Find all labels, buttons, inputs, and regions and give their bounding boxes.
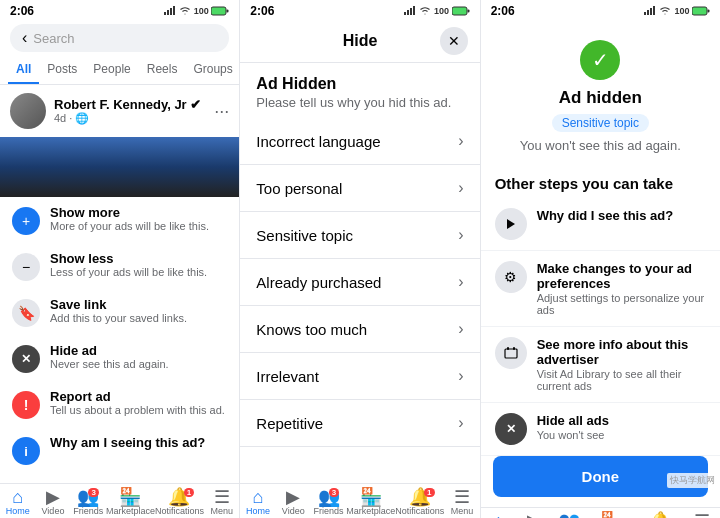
post-author-info: Robert F. Kennedy, Jr ✔ 4d · 🌐 — [54, 97, 201, 125]
nav-menu-2[interactable]: ☰ Menu — [444, 488, 479, 516]
show-less-title: Show less — [50, 251, 207, 266]
reason-label-6: Repetitive — [256, 415, 458, 432]
bottom-nav-3: ⌂ Home ▶ Video 👥 Friends 🏪 Marketplace 🔔… — [481, 507, 720, 518]
nav-menu-3[interactable]: ☰ Menu — [685, 512, 720, 518]
nav-home-1[interactable]: ⌂ Home — [0, 488, 35, 516]
tab-posts[interactable]: Posts — [39, 56, 85, 84]
ad-hidden-info: Ad Hidden Please tell us why you hid thi… — [240, 63, 479, 118]
option-advertiser-info[interactable]: See more info about this advertiser Visi… — [481, 327, 720, 403]
post-header: Robert F. Kennedy, Jr ✔ 4d · 🌐 ··· — [0, 85, 239, 137]
option-hide-all-ads[interactable]: ✕ Hide all ads You won't see — [481, 403, 720, 456]
time-2: 2:06 — [250, 4, 274, 18]
option-ad-preferences[interactable]: ⚙ Make changes to your ad preferences Ad… — [481, 251, 720, 327]
back-icon[interactable]: ‹ — [22, 29, 27, 47]
nav-notifications-label-2: Notifications — [395, 506, 444, 516]
show-more-title: Show more — [50, 205, 209, 220]
reason-label-3: Already purchased — [256, 274, 458, 291]
why-saw-ad-icon — [495, 208, 527, 240]
ad-preferences-sub: Adjust settings to personalize your ads — [537, 292, 706, 316]
marketplace-icon-2: 🏪 — [360, 488, 382, 506]
tab-all[interactable]: All — [8, 56, 39, 84]
menu-save-link[interactable]: 🔖 Save link Add this to your saved links… — [0, 289, 239, 335]
nav-video-label-1: Video — [42, 506, 65, 516]
reason-sensitive-topic[interactable]: Sensitive topic › — [240, 212, 479, 259]
save-link-icon: 🔖 — [12, 299, 40, 327]
nav-video-1[interactable]: ▶ Video — [35, 488, 70, 516]
friends-badge-1: 3 — [88, 488, 98, 497]
nav-friends-2[interactable]: 👥 3 Friends — [311, 488, 346, 516]
nav-menu-1[interactable]: ☰ Menu — [204, 488, 239, 516]
time-1: 2:06 — [10, 4, 34, 18]
chevron-icon-4: › — [458, 320, 463, 338]
advertiser-info-title: See more info about this advertiser — [537, 337, 706, 367]
hide-all-ads-sub: You won't see — [537, 429, 609, 441]
reason-knows-too-much[interactable]: Knows too much › — [240, 306, 479, 353]
chevron-icon-3: › — [458, 273, 463, 291]
nav-menu-label-2: Menu — [451, 506, 474, 516]
video-icon-2: ▶ — [286, 488, 300, 506]
report-ad-icon: ! — [12, 391, 40, 419]
nav-marketplace-2[interactable]: 🏪 Marketplace — [346, 488, 395, 516]
more-options-icon[interactable]: ··· — [214, 101, 229, 122]
ad-hidden-subtitle: You won't see this ad again. — [520, 138, 681, 153]
friends-badge-2: 3 — [329, 488, 339, 497]
search-bar[interactable]: ‹ Search — [10, 24, 229, 52]
marketplace-icon-3: 🏪 — [600, 512, 622, 518]
svg-rect-12 — [644, 12, 646, 15]
context-menu: + Show more More of your ads will be lik… — [0, 197, 239, 483]
reason-too-personal[interactable]: Too personal › — [240, 165, 479, 212]
post-image — [0, 137, 239, 197]
show-less-icon: − — [12, 253, 40, 281]
nav-video-2[interactable]: ▶ Video — [276, 488, 311, 516]
svg-rect-10 — [452, 7, 467, 15]
menu-icon-1: ☰ — [214, 488, 230, 506]
nav-friends-label-2: Friends — [314, 506, 344, 516]
friends-icon-3: 👥 — [558, 512, 580, 518]
nav-marketplace-3[interactable]: 🏪 Marketplace — [587, 512, 636, 518]
reason-repetitive[interactable]: Repetitive › — [240, 400, 479, 447]
reason-already-purchased[interactable]: Already purchased › — [240, 259, 479, 306]
menu-why-seeing[interactable]: i Why am I seeing this ad? — [0, 427, 239, 473]
svg-rect-5 — [227, 10, 229, 13]
menu-show-less[interactable]: − Show less Less of your ads will be lik… — [0, 243, 239, 289]
menu-hide-ad[interactable]: ✕ Hide ad Never see this ad again. — [0, 335, 239, 381]
signal-icon-3 — [644, 5, 656, 17]
nav-friends-1[interactable]: 👥 3 Friends — [71, 488, 106, 516]
panel-hide-modal: 2:06 100 Hide ✕ Ad Hidden Please tell us… — [240, 0, 480, 518]
wifi-icon-2 — [419, 5, 431, 17]
tab-groups[interactable]: Groups — [185, 56, 240, 84]
menu-show-more[interactable]: + Show more More of your ads will be lik… — [0, 197, 239, 243]
post-author-name: Robert F. Kennedy, Jr ✔ — [54, 97, 201, 112]
nav-home-2[interactable]: ⌂ Home — [240, 488, 275, 516]
tab-reels[interactable]: Reels — [139, 56, 186, 84]
menu-icon-2: ☰ — [454, 488, 470, 506]
reason-label-4: Knows too much — [256, 321, 458, 338]
nav-marketplace-1[interactable]: 🏪 Marketplace — [106, 488, 155, 516]
chevron-icon-0: › — [458, 132, 463, 150]
hide-ad-sub: Never see this ad again. — [50, 358, 169, 370]
hide-all-ads-icon: ✕ — [495, 413, 527, 445]
svg-rect-2 — [170, 8, 172, 15]
panel-ad-hidden: 2:06 100 ✓ Ad hidden Sensitive topic You… — [481, 0, 720, 518]
nav-video-3[interactable]: ▶ Video — [516, 512, 551, 518]
nav-menu-label-1: Menu — [210, 506, 233, 516]
tab-people[interactable]: People — [85, 56, 138, 84]
panel-feed: 2:06 100 ‹ Search All Posts People Reels… — [0, 0, 240, 518]
nav-notifications-3[interactable]: 🔔 Notifications — [636, 512, 685, 518]
nav-friends-3[interactable]: 👥 Friends — [551, 512, 586, 518]
svg-rect-9 — [413, 6, 415, 15]
battery-icon-3: 100 — [674, 6, 710, 17]
nav-notifications-1[interactable]: 🔔 1 Notifications — [155, 488, 204, 516]
video-icon-1: ▶ — [46, 488, 60, 506]
nav-notifications-2[interactable]: 🔔 1 Notifications — [395, 488, 444, 516]
close-button[interactable]: ✕ — [440, 27, 468, 55]
modal-title: Hide — [343, 32, 378, 50]
nav-home-3[interactable]: ⌂ Home — [481, 512, 516, 518]
option-why-saw-ad[interactable]: Why did I see this ad? — [481, 198, 720, 251]
svg-rect-15 — [653, 6, 655, 15]
bottom-nav-2: ⌂ Home ▶ Video 👥 3 Friends 🏪 Marketplace… — [240, 483, 479, 518]
reason-irrelevant[interactable]: Irrelevant › — [240, 353, 479, 400]
menu-report-ad[interactable]: ! Report ad Tell us about a problem with… — [0, 381, 239, 427]
menu-get-notified[interactable]: 🔔 Get notified about this post — [0, 473, 239, 483]
reason-incorrect-language[interactable]: Incorrect language › — [240, 118, 479, 165]
